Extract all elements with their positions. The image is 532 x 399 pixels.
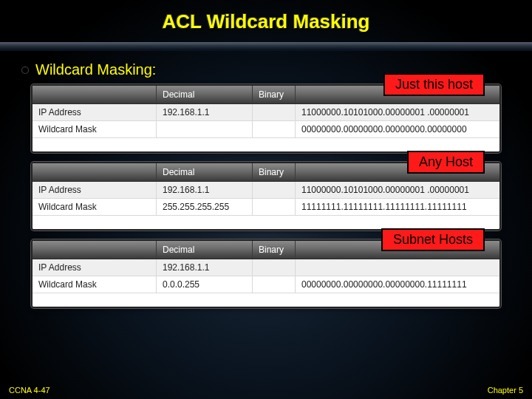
row-decimal: 192.168.1.1 [157,259,253,276]
row-binary-spacer [253,259,296,276]
callout-any-host: Any Host [407,151,485,174]
header-blank [33,86,157,103]
table-row: Wildcard Mask 00000000.00000000.00000000… [33,121,499,138]
slide-title: ACL Wildcard Masking [0,0,532,42]
row-label: Wildcard Mask [33,276,157,293]
bullet-text: Wildcard Masking: [35,61,156,78]
row-decimal: 192.168.1.1 [157,182,253,198]
row-binary: 11000000.10101000.00000001 .00000001 [296,182,499,198]
table-tail [33,293,499,307]
row-binary: 00000000.00000000.00000000.11111111 [296,276,499,293]
table-tail [33,138,499,151]
content-area: Wildcard Masking: Just this host Decimal… [0,51,532,308]
footer-right: Chapter 5 [488,386,523,395]
panel-any-host: Any Host Decimal Binary IP Address 192.1… [31,162,501,231]
header-binary: Binary [253,163,296,181]
footer: CCNA 4-47 Chapter 5 [0,386,532,395]
bullet-icon [22,67,28,73]
table-row: IP Address 192.168.1.1 11000000.10101000… [33,182,499,199]
row-label: Wildcard Mask [33,199,157,215]
table-row: IP Address 192.168.1.1 [33,259,499,276]
table-row: Wildcard Mask 255.255.255.255 11111111.1… [33,199,499,216]
row-label: IP Address [33,182,157,198]
row-binary-spacer [253,121,296,137]
row-decimal: 192.168.1.1 [157,104,253,120]
table-row: IP Address 192.168.1.1 11000000.10101000… [33,104,499,121]
row-binary: 11000000.10101000.00000001 .00000001 [296,104,499,120]
table-tail [33,216,499,229]
row-label: IP Address [33,259,157,276]
header-binary: Binary [253,86,296,103]
panel-subnet-hosts: Subnet Hosts Decimal Binary IP Address 1… [31,239,501,308]
header-decimal: Decimal [157,241,253,259]
panel-just-this-host: Just this host Decimal Binary IP Address… [31,84,501,153]
row-binary-spacer [253,104,296,120]
table-row: Wildcard Mask 0.0.0.255 00000000.0000000… [33,276,499,293]
row-binary [296,259,499,276]
footer-left: CCNA 4-47 [9,386,50,395]
header-decimal: Decimal [157,163,253,181]
row-binary: 00000000.00000000.00000000.00000000 [296,121,499,137]
row-decimal: 0.0.0.255 [157,276,253,293]
callout-just-this-host: Just this host [383,73,485,96]
row-binary-spacer [253,199,296,215]
row-binary-spacer [253,182,296,198]
row-label: Wildcard Mask [33,121,157,137]
header-blank [33,163,157,181]
row-decimal [157,121,253,137]
header-blank [33,241,157,259]
header-binary: Binary [253,241,296,259]
row-binary: 11111111.11111111.11111111.11111111 [296,199,499,215]
row-label: IP Address [33,104,157,120]
header-decimal: Decimal [157,86,253,103]
row-binary-spacer [253,276,296,293]
divider-band [0,42,532,51]
callout-subnet-hosts: Subnet Hosts [381,228,485,251]
row-decimal: 255.255.255.255 [157,199,253,215]
